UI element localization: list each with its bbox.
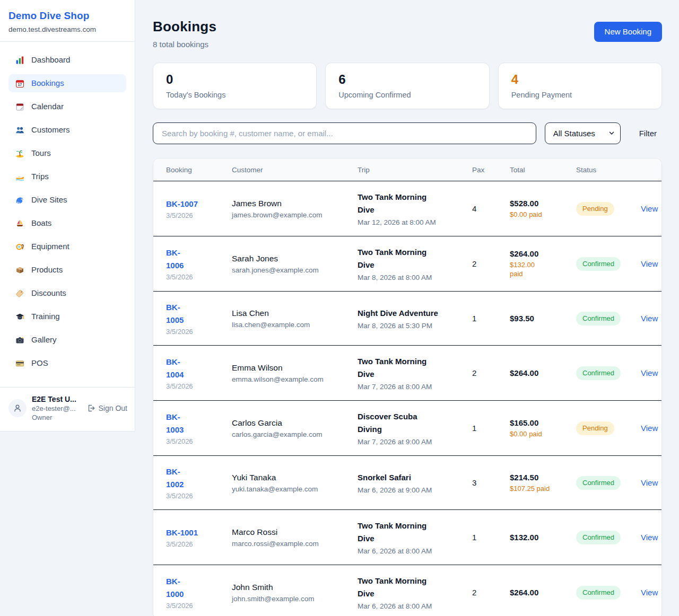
table-row: BK- 1005 3/5/2026 Lisa Chen lisa.chen@ex… [153, 292, 662, 346]
column-header: Customer [225, 159, 351, 181]
pax-cell: 1 [466, 401, 503, 456]
view-cell: View [634, 401, 662, 456]
sidebar-item-dive-sites[interactable]: Dive Sites [8, 191, 126, 209]
shop-name: Demo Dive Shop [8, 10, 126, 22]
booking-number-link[interactable]: BK- 1006 [166, 247, 219, 272]
booking-date: 3/5/2026 [166, 602, 219, 610]
booking-number-link[interactable]: BK-1001 [166, 526, 219, 539]
trip-datetime: Mar 8, 2026 at 5:30 PM [358, 322, 459, 330]
column-header: Total [503, 159, 570, 181]
customer-cell: Marco Rossi marco.rossi@example.com [225, 510, 351, 565]
customer-cell: Lisa Chen lisa.chen@example.com [225, 292, 351, 346]
view-link[interactable]: View [641, 533, 658, 542]
speedboat-icon [15, 172, 24, 181]
users-icon [15, 126, 24, 135]
sidebar-item-products[interactable]: Products [8, 261, 126, 279]
column-header [634, 159, 662, 181]
bookings-table: BookingCustomerTripPaxTotalStatus BK-100… [153, 159, 662, 616]
stat-label: Pending Payment [511, 91, 649, 99]
booking-date: 3/5/2026 [166, 492, 219, 500]
booking-number-link[interactable]: BK-1007 [166, 198, 219, 210]
user-meta: E2E Test U... e2e-tester@... Owner [32, 395, 82, 421]
camera-icon [15, 336, 24, 345]
customer-name: John Smith [232, 583, 345, 592]
booking-number-link[interactable]: BK- 1003 [166, 411, 219, 436]
booking-number-link[interactable]: BK- 1005 [166, 301, 219, 327]
sign-out-icon [87, 404, 95, 412]
trip-name: Two Tank Morning Dive [358, 575, 441, 600]
user-email: e2e-tester@... [32, 404, 82, 412]
status-badge: Confirmed [576, 257, 621, 271]
booking-cell: BK- 1003 3/5/2026 [153, 401, 225, 456]
trip-name: Snorkel Safari [358, 471, 441, 484]
view-link[interactable]: View [641, 588, 658, 597]
search-input[interactable] [153, 122, 536, 144]
status-badge: Confirmed [576, 366, 621, 380]
island-icon [15, 149, 24, 158]
shop-domain: demo.test.divestreams.com [8, 25, 126, 33]
trip-datetime: Mar 7, 2026 at 8:00 AM [358, 383, 459, 391]
stat-label: Upcoming Confirmed [338, 91, 476, 99]
view-link[interactable]: View [641, 478, 658, 487]
view-link[interactable]: View [641, 259, 658, 268]
svg-text:17: 17 [18, 83, 22, 86]
sidebar-item-label: Equipment [31, 241, 69, 252]
pax-count: 2 [472, 588, 476, 597]
trip-datetime: Mar 7, 2026 at 9:00 AM [358, 438, 459, 446]
total-amount: $264.00 [510, 588, 563, 597]
view-link[interactable]: View [641, 314, 658, 323]
sidebar: Demo Dive Shop demo.test.divestreams.com… [0, 0, 135, 432]
sidebar-item-calendar[interactable]: Calendar [8, 98, 126, 116]
trip-datetime: Mar 6, 2026 at 8:00 AM [358, 602, 459, 610]
pax-count: 1 [472, 314, 476, 323]
status-cell: Confirmed [570, 456, 634, 510]
status-cell: Pending [570, 401, 634, 456]
sidebar-item-discounts[interactable]: Discounts [8, 284, 126, 302]
stat-value: 6 [338, 72, 476, 87]
total-cell: $165.00 $0.00 paid [503, 401, 570, 456]
customer-name: Yuki Tanaka [232, 473, 345, 482]
status-cell: Confirmed [570, 510, 634, 565]
status-filter-select[interactable]: All Statuses [545, 122, 621, 144]
sidebar-item-label: Discounts [31, 288, 66, 298]
sidebar-item-trips[interactable]: Trips [8, 168, 126, 186]
trip-cell: Two Tank Morning Dive Mar 7, 2026 at 8:0… [351, 346, 466, 401]
sidebar-item-gallery[interactable]: Gallery [8, 331, 126, 349]
tag-icon [15, 289, 24, 298]
pax-count: 2 [472, 368, 476, 377]
graduation-cap-icon [15, 312, 24, 321]
view-link[interactable]: View [641, 204, 658, 213]
booking-number-link[interactable]: BK- 1002 [166, 465, 219, 491]
sidebar-item-dashboard[interactable]: Dashboard [8, 51, 126, 69]
total-cell: $93.50 [503, 292, 570, 346]
sidebar-item-equipment[interactable]: Equipment [8, 237, 126, 256]
wave-icon [15, 196, 24, 205]
view-link[interactable]: View [641, 424, 658, 433]
view-link[interactable]: View [641, 368, 658, 377]
total-cell: $264.00 [503, 565, 570, 616]
sidebar-item-bookings[interactable]: 17 Bookings [8, 74, 126, 92]
booking-cell: BK- 1000 3/5/2026 [153, 565, 225, 616]
sidebar-item-pos[interactable]: POS [8, 354, 126, 372]
customer-name: Carlos Garcia [232, 418, 345, 428]
booking-date: 3/5/2026 [166, 540, 219, 548]
status-cell: Pending [570, 181, 634, 236]
filter-button[interactable]: Filter [634, 126, 662, 141]
sidebar-item-boats[interactable]: Boats [8, 214, 126, 232]
user-role: Owner [32, 413, 82, 421]
credit-card-icon [15, 359, 24, 368]
view-cell: View [634, 346, 662, 401]
sidebar-item-customers[interactable]: Customers [8, 121, 126, 139]
customer-name: Emma Wilson [232, 363, 345, 373]
pax-cell: 2 [466, 236, 503, 292]
sign-out-button[interactable]: Sign Out [87, 404, 127, 412]
new-booking-button[interactable]: New Booking [594, 22, 662, 42]
sidebar-nav: Dashboard 17 Bookings Calendar Customers… [0, 42, 135, 383]
pax-count: 3 [472, 478, 476, 487]
booking-cell: BK- 1005 3/5/2026 [153, 292, 225, 346]
sidebar-item-tours[interactable]: Tours [8, 144, 126, 162]
booking-date: 3/5/2026 [166, 273, 219, 281]
booking-number-link[interactable]: BK- 1000 [166, 575, 219, 601]
booking-number-link[interactable]: BK- 1004 [166, 356, 219, 381]
sidebar-item-training[interactable]: Training [8, 307, 126, 325]
